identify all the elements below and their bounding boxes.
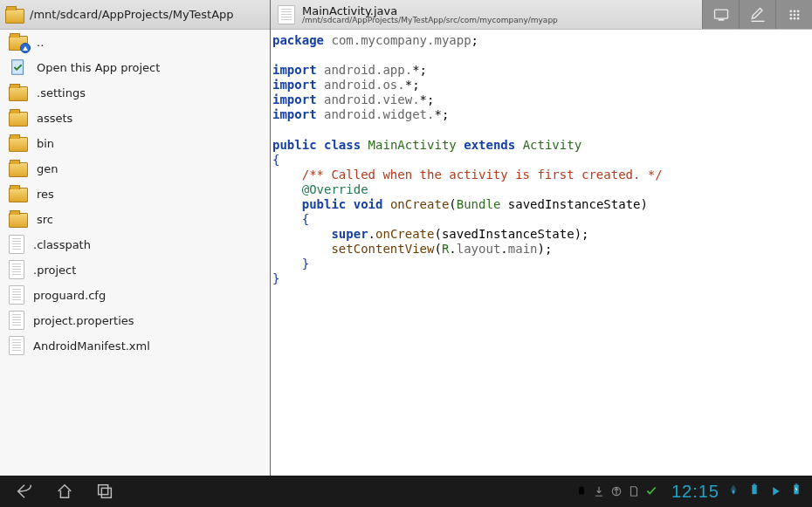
file-icon — [9, 336, 24, 355]
edit-button[interactable] — [739, 0, 775, 29]
file-item--[interactable]: .. — [0, 30, 270, 55]
file-item-label: .classpath — [33, 238, 91, 251]
file-item-label: gen — [37, 162, 58, 175]
file-item-bin[interactable]: bin — [0, 131, 270, 156]
svg-point-6 — [796, 10, 799, 12]
file-item-label: proguard.cfg — [33, 289, 106, 302]
file-item-label: .settings — [37, 86, 86, 99]
code-editor[interactable]: package com.mycompany.myapp; import andr… — [271, 30, 812, 476]
tab-filepath: /mnt/sdcard/AppProjects/MyTestApp/src/co… — [302, 17, 558, 24]
editor-panel: MainActivity.java /mnt/sdcard/AppProject… — [271, 0, 812, 476]
file-item-proguard-cfg[interactable]: proguard.cfg — [0, 283, 270, 308]
file-item-res[interactable]: res — [0, 182, 270, 207]
usb-icon — [610, 485, 623, 497]
file-list: ..Open this App project.settingsassetsbi… — [0, 30, 270, 476]
svg-rect-2 — [718, 19, 724, 21]
wifi-icon — [726, 483, 740, 500]
file-item-label: .. — [37, 36, 44, 49]
folder-icon — [9, 86, 28, 101]
file-item-open-this-app-project[interactable]: Open this App project — [0, 55, 270, 80]
back-button[interactable] — [12, 479, 37, 504]
file-item-androidmanifest-xml[interactable]: AndroidManifest.xml — [0, 333, 270, 359]
folder-up-icon — [9, 36, 28, 51]
svg-point-12 — [796, 17, 799, 19]
sdcard-icon — [628, 485, 640, 497]
svg-rect-22 — [795, 483, 798, 484]
file-icon — [9, 235, 24, 254]
file-item--project[interactable]: .project — [0, 257, 270, 283]
file-icon — [9, 285, 24, 305]
file-item-label: .project — [33, 264, 76, 277]
menu-button[interactable] — [775, 0, 812, 29]
android-icon — [575, 485, 588, 497]
home-button[interactable] — [52, 479, 77, 504]
download-icon — [593, 485, 605, 497]
file-item-src[interactable]: src — [0, 207, 270, 232]
tab-filename: MainActivity.java — [302, 5, 558, 17]
file-item--settings[interactable]: .settings — [0, 80, 270, 106]
open-project-icon — [9, 58, 28, 77]
file-item-label: project.properties — [33, 314, 134, 327]
svg-rect-20 — [754, 483, 756, 484]
current-path: /mnt/sdcard/AppProjects/MyTestApp — [30, 8, 234, 21]
svg-point-10 — [789, 17, 792, 19]
folder-icon — [9, 188, 28, 202]
svg-point-9 — [796, 13, 799, 16]
file-item-assets[interactable]: assets — [0, 106, 270, 131]
folder-icon — [9, 112, 28, 127]
file-icon — [9, 311, 24, 330]
file-browser-path-bar[interactable]: /mnt/sdcard/AppProjects/MyTestApp — [0, 0, 270, 30]
folder-icon — [9, 137, 28, 152]
run-button[interactable] — [702, 0, 739, 29]
check-icon — [645, 483, 657, 500]
svg-point-7 — [789, 13, 792, 16]
folder-icon — [9, 213, 28, 228]
file-item-label: res — [37, 188, 54, 201]
status-tray[interactable]: 12:15 — [663, 482, 812, 502]
svg-rect-19 — [752, 485, 756, 495]
document-icon — [278, 5, 295, 24]
editor-tab[interactable]: MainActivity.java /mnt/sdcard/AppProject… — [271, 0, 702, 29]
recent-apps-button[interactable] — [93, 479, 117, 504]
file-item--classpath[interactable]: .classpath — [0, 232, 270, 257]
svg-rect-14 — [101, 488, 111, 497]
folder-icon — [5, 9, 24, 24]
svg-point-4 — [789, 10, 792, 12]
svg-point-8 — [793, 13, 795, 16]
file-item-label: bin — [37, 137, 54, 150]
file-item-gen[interactable]: gen — [0, 156, 270, 182]
file-browser-panel: /mnt/sdcard/AppProjects/MyTestApp ..Open… — [0, 0, 271, 476]
notification-tray[interactable] — [575, 483, 657, 500]
svg-rect-1 — [714, 10, 727, 18]
battery-charging-icon — [789, 483, 803, 500]
system-bar: 12:15 — [0, 476, 812, 507]
file-item-label: AndroidManifest.xml — [33, 339, 150, 353]
battery-icon — [747, 483, 761, 500]
svg-rect-13 — [99, 485, 108, 495]
svg-point-11 — [793, 17, 795, 19]
editor-header: MainActivity.java /mnt/sdcard/AppProject… — [271, 0, 812, 30]
svg-rect-3 — [751, 20, 764, 21]
clock: 12:15 — [671, 482, 719, 502]
editor-toolbar — [702, 0, 812, 29]
file-icon — [9, 260, 24, 279]
svg-rect-0 — [12, 60, 24, 75]
file-item-label: Open this App project — [37, 61, 160, 74]
file-item-project-properties[interactable]: project.properties — [0, 308, 270, 333]
play-icon — [768, 484, 782, 498]
file-item-label: assets — [37, 112, 72, 125]
svg-point-5 — [793, 10, 795, 12]
folder-icon — [9, 162, 28, 177]
file-item-label: src — [37, 213, 53, 226]
svg-rect-15 — [579, 490, 584, 495]
